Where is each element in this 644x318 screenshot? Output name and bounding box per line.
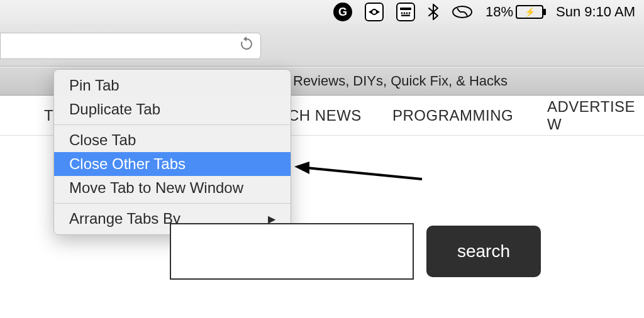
menu-close-other-tabs[interactable]: Close Other Tabs <box>54 152 291 176</box>
menu-close-tab[interactable]: Close Tab <box>54 128 291 152</box>
menu-pin-tab[interactable]: Pin Tab <box>54 74 291 97</box>
battery-icon: ⚡ <box>516 5 543 19</box>
menu-item-label: Move Tab to New Window <box>69 179 243 197</box>
menu-item-label: Pin Tab <box>69 77 119 94</box>
svg-rect-3 <box>400 8 411 10</box>
tab-context-menu: Pin Tab Duplicate Tab Close Tab Close Ot… <box>53 69 291 235</box>
browser-toolbar <box>0 24 644 67</box>
charging-bolt-icon: ⚡ <box>525 7 535 17</box>
search-input[interactable] <box>170 223 414 280</box>
bluetooth-icon[interactable] <box>428 3 439 21</box>
menu-separator <box>54 203 291 204</box>
battery-status[interactable]: 18% ⚡ <box>486 4 543 20</box>
menu-item-label: Close Tab <box>69 131 136 149</box>
nav-advertise[interactable]: ADVERTISE W <box>547 98 644 133</box>
nav-left-fragment[interactable]: T <box>44 107 53 124</box>
battery-percent-text: 18% <box>486 4 513 20</box>
svg-point-0 <box>372 9 377 14</box>
keyboard-viewer-icon[interactable] <box>396 3 415 21</box>
menu-item-label: Close Other Tabs <box>69 155 186 173</box>
svg-line-11 <box>307 168 422 179</box>
svg-point-4 <box>401 13 403 14</box>
macos-menubar: G 18% ⚡ Sun 9:10 AM <box>0 0 644 24</box>
menu-item-label: Arrange Tabs By <box>69 210 180 228</box>
menu-duplicate-tab[interactable]: Duplicate Tab <box>54 97 291 121</box>
grammarly-icon[interactable]: G <box>333 3 352 21</box>
search-button[interactable]: search <box>426 226 541 277</box>
svg-point-5 <box>404 13 406 14</box>
svg-point-7 <box>409 13 411 14</box>
tab-title-fragment: Reviews, DIYs, Quick Fix, & Hacks <box>293 73 508 89</box>
svg-marker-10 <box>243 36 247 41</box>
nav-programming[interactable]: PROGRAMMING <box>392 107 513 124</box>
svg-rect-8 <box>401 15 410 16</box>
loop-icon[interactable] <box>452 5 473 19</box>
annotation-arrow <box>293 159 419 190</box>
menu-item-label: Duplicate Tab <box>69 101 160 118</box>
menu-move-new-window[interactable]: Move Tab to New Window <box>54 176 291 200</box>
svg-marker-12 <box>294 162 309 174</box>
teamviewer-icon[interactable] <box>365 3 384 21</box>
menubar-clock[interactable]: Sun 9:10 AM <box>556 4 635 20</box>
svg-marker-2 <box>377 10 380 14</box>
svg-marker-1 <box>369 10 372 14</box>
url-bar[interactable] <box>0 33 261 59</box>
reload-icon[interactable] <box>239 36 254 55</box>
svg-point-6 <box>406 13 408 14</box>
nav-tech-news[interactable]: CH NEWS <box>288 107 362 124</box>
menu-separator <box>54 124 291 125</box>
site-search-form: search <box>170 223 541 280</box>
